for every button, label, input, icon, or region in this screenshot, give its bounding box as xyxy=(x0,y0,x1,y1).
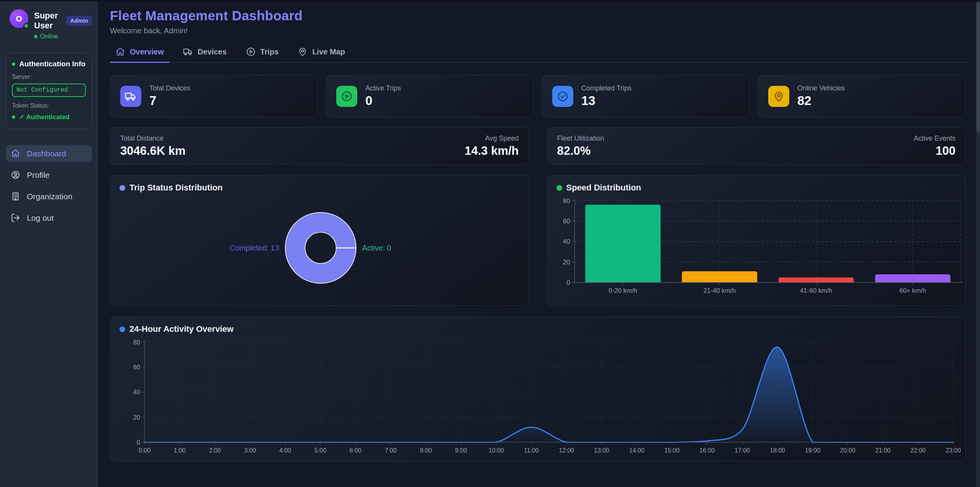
welcome-subtitle: Welcome back, Admin! xyxy=(110,26,966,35)
online-status: Online xyxy=(40,33,58,40)
tab-label: Overview xyxy=(130,48,164,56)
svg-text:11:00: 11:00 xyxy=(524,447,539,454)
user-circle-icon xyxy=(11,170,20,180)
chart-title: 24-Hour Activity Overview xyxy=(129,324,234,334)
svg-text:5:00: 5:00 xyxy=(314,447,326,454)
token-status-value: ✓ Authenticated xyxy=(19,113,70,121)
trip-status-donut-chart: Completed: 13Active: 0 xyxy=(110,175,529,305)
token-status-dot-icon xyxy=(12,115,15,119)
svg-text:20:00: 20:00 xyxy=(840,447,856,454)
sidebar-item-profile[interactable]: Profile xyxy=(6,167,92,183)
green-dot-icon xyxy=(556,185,562,191)
sidebar-nav: Dashboard Profile Organization Log out xyxy=(6,145,92,226)
activity-area-chart: 0204060800:001:002:003:004:005:006:007:0… xyxy=(110,317,965,461)
svg-text:21-40 km/h: 21-40 km/h xyxy=(703,287,735,294)
stat-label: Completed Trips xyxy=(581,84,632,92)
admin-badge: Admin xyxy=(66,16,92,26)
svg-text:0:00: 0:00 xyxy=(139,447,151,454)
sidebar-item-label: Log out xyxy=(27,213,54,223)
user-card: O Super User Admin Online xyxy=(6,9,92,40)
svg-text:0: 0 xyxy=(566,279,570,286)
svg-text:80: 80 xyxy=(133,339,140,346)
tab-overview[interactable]: Overview xyxy=(110,47,169,63)
svg-text:18:00: 18:00 xyxy=(770,447,785,454)
metric-card-distance-speed: Total Distance 3046.6K km Avg Speed 14.3… xyxy=(110,127,529,165)
svg-text:4:00: 4:00 xyxy=(279,447,291,454)
play-circle-icon xyxy=(336,86,357,107)
main-content: Fleet Management Dashboard Welcome back,… xyxy=(98,0,976,487)
svg-text:2:00: 2:00 xyxy=(209,447,221,454)
stat-cards-row: Total Devices 7 Active Trips 0 Completed… xyxy=(110,75,966,117)
svg-text:Completed: 13: Completed: 13 xyxy=(230,244,279,252)
svg-text:20: 20 xyxy=(133,414,140,421)
metric-label: Avg Speed xyxy=(465,134,519,143)
svg-text:15:00: 15:00 xyxy=(664,447,680,454)
svg-text:13:00: 13:00 xyxy=(594,447,609,454)
tab-devices[interactable]: Devices xyxy=(178,47,232,63)
sidebar-item-label: Profile xyxy=(27,171,50,180)
stat-value: 13 xyxy=(581,93,632,108)
online-dot-icon xyxy=(34,35,38,38)
svg-text:8:00: 8:00 xyxy=(420,447,432,454)
stat-label: Active Trips xyxy=(365,84,401,92)
stat-value: 0 xyxy=(365,93,401,108)
page-title: Fleet Management Dashboard xyxy=(110,8,966,23)
check-circle-icon xyxy=(552,86,573,107)
tab-label: Live Map xyxy=(312,48,345,56)
svg-text:0-20 km/h: 0-20 km/h xyxy=(609,287,637,294)
svg-text:9:00: 9:00 xyxy=(455,447,467,454)
svg-text:14:00: 14:00 xyxy=(629,447,645,454)
svg-text:7:00: 7:00 xyxy=(385,447,397,454)
stat-card-completed-trips: Completed Trips 13 xyxy=(542,75,750,117)
home-icon xyxy=(115,47,125,57)
trip-status-chart-card: Trip Status Distribution Completed: 13Ac… xyxy=(110,175,529,306)
online-presence-dot xyxy=(23,23,29,29)
chart-title: Speed Distribution xyxy=(566,183,641,193)
svg-text:23:00: 23:00 xyxy=(946,447,961,454)
tab-label: Devices xyxy=(198,48,227,56)
sidebar-item-logout[interactable]: Log out xyxy=(6,210,92,226)
charts-row: Trip Status Distribution Completed: 13Ac… xyxy=(110,175,966,306)
vertical-scrollbar[interactable] xyxy=(976,0,980,487)
sidebar-item-dashboard[interactable]: Dashboard xyxy=(6,145,92,162)
metric-card-utilization-events: Fleet Utilization 82.0% Active Events 10… xyxy=(547,127,966,165)
svg-text:80: 80 xyxy=(563,197,570,205)
metric-value: 14.3 km/h xyxy=(465,144,519,158)
svg-text:1:00: 1:00 xyxy=(174,447,186,454)
svg-text:Active: 0: Active: 0 xyxy=(362,244,391,252)
svg-text:40: 40 xyxy=(563,238,570,245)
svg-text:41-60 km/h: 41-60 km/h xyxy=(800,287,832,294)
server-value-field[interactable]: Not Configured xyxy=(12,84,86,97)
truck-icon xyxy=(120,86,141,107)
play-circle-icon xyxy=(246,47,256,57)
metric-value: 3046.6K km xyxy=(120,144,186,158)
metric-label: Active Events xyxy=(914,134,955,143)
metric-label: Fleet Utilization xyxy=(557,134,604,143)
stat-card-active-trips: Active Trips 0 xyxy=(326,75,534,117)
svg-text:12:00: 12:00 xyxy=(559,447,574,454)
tab-live-map[interactable]: Live Map xyxy=(292,47,350,63)
tab-trips[interactable]: Trips xyxy=(241,47,284,63)
purple-dot-icon xyxy=(119,185,125,191)
map-pin-icon xyxy=(768,86,789,107)
svg-text:60+ km/h: 60+ km/h xyxy=(899,287,926,294)
building-icon xyxy=(11,192,20,201)
scrollbar-thumb[interactable] xyxy=(977,2,980,133)
svg-text:17:00: 17:00 xyxy=(735,447,750,454)
avatar[interactable]: O xyxy=(10,9,28,28)
authentication-info-panel: Authentication Info Server: Not Configur… xyxy=(6,53,92,129)
stat-label: Online Vehicles xyxy=(797,84,845,92)
svg-text:6:00: 6:00 xyxy=(350,447,362,454)
speed-distribution-bar-chart: 0204060800-20 km/h21-40 km/h41-60 km/h60… xyxy=(547,175,966,305)
sidebar-item-organization[interactable]: Organization xyxy=(6,188,92,205)
activity-overview-chart-card: 24-Hour Activity Overview 0204060800:001… xyxy=(110,316,966,461)
blue-dot-icon xyxy=(119,326,125,332)
user-name: Super User xyxy=(34,11,62,31)
metric-label: Total Distance xyxy=(120,134,186,143)
svg-text:3:00: 3:00 xyxy=(244,447,256,454)
sidebar: O Super User Admin Online Authentication… xyxy=(0,0,98,487)
stat-value: 82 xyxy=(797,93,845,108)
tab-label: Trips xyxy=(260,48,279,56)
server-label: Server: xyxy=(12,74,86,80)
metric-cards-row: Total Distance 3046.6K km Avg Speed 14.3… xyxy=(110,127,966,165)
